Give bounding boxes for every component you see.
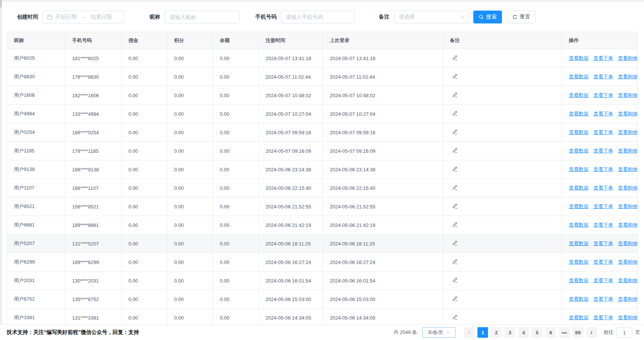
window-left-edge bbox=[0, 2, 2, 324]
view-data-link[interactable]: 查看数据 bbox=[569, 148, 588, 154]
edit-remark-icon[interactable] bbox=[452, 55, 458, 61]
view-cart-link[interactable]: 查看购物车 bbox=[618, 129, 638, 135]
page-button[interactable]: 4 bbox=[518, 327, 529, 338]
view-data-link[interactable]: 查看数据 bbox=[569, 296, 588, 302]
view-data-link[interactable]: 查看数据 bbox=[569, 259, 588, 265]
goto-page-input[interactable] bbox=[616, 327, 632, 338]
view-orders-link[interactable]: 查看下单 bbox=[593, 92, 613, 98]
view-orders-link[interactable]: 查看下单 bbox=[593, 185, 613, 191]
balance-cell: 0.00 bbox=[213, 290, 259, 309]
view-orders-link[interactable]: 查看下单 bbox=[593, 129, 613, 135]
commission-cell: 0.00 bbox=[122, 290, 167, 309]
edit-remark-icon[interactable] bbox=[452, 92, 458, 98]
edit-remark-icon[interactable] bbox=[452, 73, 458, 79]
table-row: 用户6299189****62990.000.000.002024-05-06 … bbox=[7, 253, 638, 272]
view-cart-link[interactable]: 查看购物车 bbox=[618, 259, 638, 265]
edit-remark-icon[interactable] bbox=[452, 259, 458, 264]
view-cart-link[interactable]: 查看购物车 bbox=[618, 315, 638, 320]
phone-cell: 182****1606 bbox=[65, 86, 122, 105]
table-row: 用户1107186****11070.000.000.002024-05-06 … bbox=[7, 179, 638, 197]
view-cart-link[interactable]: 查看购物车 bbox=[618, 203, 638, 209]
registered-cell: 2024-05-06 23:14:38 bbox=[259, 160, 323, 179]
view-cart-link[interactable]: 查看购物车 bbox=[618, 166, 638, 172]
date-start-placeholder[interactable]: 开始日期 bbox=[56, 14, 77, 20]
view-cart-link[interactable]: 查看购物车 bbox=[618, 222, 638, 228]
view-orders-link[interactable]: 查看下单 bbox=[593, 278, 613, 283]
view-cart-link[interactable]: 查看购物车 bbox=[618, 185, 638, 191]
view-cart-link[interactable]: 查看购物车 bbox=[618, 296, 638, 302]
view-data-link[interactable]: 查看数据 bbox=[569, 111, 588, 116]
view-orders-link[interactable]: 查看下单 bbox=[593, 222, 613, 228]
view-data-link[interactable]: 查看数据 bbox=[569, 129, 588, 135]
view-data-link[interactable]: 查看数据 bbox=[569, 166, 588, 172]
view-data-link[interactable]: 查看数据 bbox=[569, 55, 588, 61]
prev-page-button[interactable]: ‹ bbox=[464, 327, 474, 338]
nickname-cell: 用户5207 bbox=[7, 234, 65, 253]
view-cart-link[interactable]: 查看购物车 bbox=[618, 92, 638, 98]
balance-cell: 0.00 bbox=[213, 179, 259, 197]
edit-remark-icon[interactable] bbox=[452, 147, 458, 153]
commission-cell: 0.00 bbox=[122, 142, 167, 160]
page-button[interactable]: 1 bbox=[477, 327, 488, 338]
table-row: 用户1185178****11850.000.000.002024-05-07 … bbox=[7, 142, 638, 160]
view-orders-link[interactable]: 查看下单 bbox=[593, 74, 613, 79]
edit-remark-icon[interactable] bbox=[452, 314, 458, 320]
edit-remark-icon[interactable] bbox=[452, 240, 458, 246]
view-orders-link[interactable]: 查看下单 bbox=[593, 111, 613, 116]
view-cart-link[interactable]: 查看购物车 bbox=[618, 148, 638, 154]
pager-ellipsis[interactable]: ••• bbox=[559, 327, 570, 338]
date-range-picker[interactable]: 开始日期 - 结束日期 bbox=[43, 11, 124, 23]
view-data-link[interactable]: 查看数据 bbox=[569, 92, 588, 98]
view-data-link[interactable]: 查看数据 bbox=[569, 185, 588, 191]
view-orders-link[interactable]: 查看下单 bbox=[593, 203, 613, 209]
view-cart-link[interactable]: 查看购物车 bbox=[618, 55, 638, 61]
edit-remark-icon[interactable] bbox=[452, 129, 458, 135]
view-cart-link[interactable]: 查看购物车 bbox=[618, 278, 638, 283]
column-header: 上次登录 bbox=[323, 32, 443, 49]
view-orders-link[interactable]: 查看下单 bbox=[593, 296, 613, 302]
edit-remark-icon[interactable] bbox=[452, 203, 458, 209]
view-orders-link[interactable]: 查看下单 bbox=[593, 259, 613, 265]
view-cart-link[interactable]: 查看购物车 bbox=[618, 74, 638, 79]
view-data-link[interactable]: 查看数据 bbox=[569, 74, 588, 79]
edit-remark-icon[interactable] bbox=[452, 110, 458, 116]
phone-input[interactable] bbox=[281, 11, 355, 23]
view-data-link[interactable]: 查看数据 bbox=[569, 278, 588, 283]
view-orders-link[interactable]: 查看下单 bbox=[593, 241, 613, 246]
search-button[interactable]: 搜索 bbox=[473, 11, 502, 23]
nickname-input[interactable] bbox=[165, 11, 239, 23]
table-body: 用户6025181****60250.000.000.002024-05-07 … bbox=[7, 49, 638, 327]
page-button[interactable]: 6 bbox=[545, 327, 556, 338]
page-button[interactable]: 69 bbox=[573, 327, 583, 338]
reset-button[interactable]: 重置 bbox=[507, 11, 536, 23]
nickname-cell: 用户8521 bbox=[7, 197, 65, 216]
view-orders-link[interactable]: 查看下单 bbox=[593, 55, 613, 61]
edit-remark-icon[interactable] bbox=[452, 222, 458, 227]
edit-remark-icon[interactable] bbox=[452, 166, 458, 172]
calendar-icon bbox=[47, 14, 53, 20]
page-button[interactable]: 3 bbox=[505, 327, 515, 338]
view-data-link[interactable]: 查看数据 bbox=[569, 222, 588, 228]
view-cart-link[interactable]: 查看购物车 bbox=[618, 241, 638, 246]
edit-remark-icon[interactable] bbox=[452, 296, 458, 301]
phone-cell: 189****6299 bbox=[65, 253, 122, 272]
view-orders-link[interactable]: 查看下单 bbox=[593, 315, 613, 320]
next-page-button[interactable]: › bbox=[586, 327, 597, 338]
view-data-link[interactable]: 查看数据 bbox=[569, 241, 588, 246]
page-size-select[interactable]: 30条/页 bbox=[422, 327, 456, 338]
page-button[interactable]: 5 bbox=[532, 327, 542, 338]
edit-remark-icon[interactable] bbox=[452, 277, 458, 283]
view-data-link[interactable]: 查看数据 bbox=[569, 203, 588, 209]
commission-cell: 0.00 bbox=[122, 253, 167, 272]
page-button[interactable]: 2 bbox=[491, 327, 502, 338]
view-cart-link[interactable]: 查看购物车 bbox=[618, 111, 638, 116]
refresh-icon bbox=[512, 14, 517, 20]
view-data-link[interactable]: 查看数据 bbox=[569, 315, 588, 320]
view-orders-link[interactable]: 查看下单 bbox=[593, 166, 613, 172]
last-login-cell: 2024-05-06 22:15:40 bbox=[323, 179, 443, 197]
edit-remark-icon[interactable] bbox=[452, 185, 458, 190]
points-cell: 0.00 bbox=[167, 68, 213, 86]
view-orders-link[interactable]: 查看下单 bbox=[593, 148, 613, 154]
date-end-placeholder[interactable]: 结束日期 bbox=[91, 14, 112, 20]
remark-select[interactable]: 请选择 bbox=[394, 11, 469, 23]
